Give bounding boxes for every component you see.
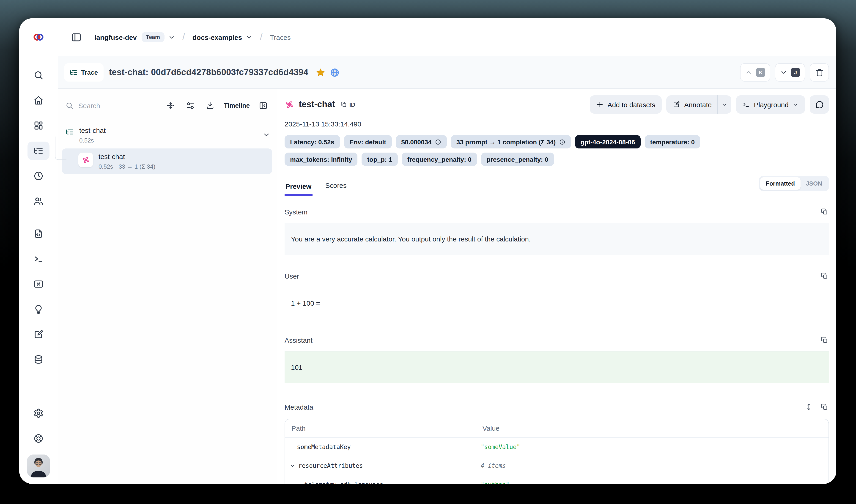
sidebar-item-datasets[interactable]	[28, 350, 50, 369]
sidebar-item-users[interactable]	[28, 192, 50, 210]
tab-scores[interactable]: Scores	[324, 181, 347, 195]
observation-badges: Latency: 0.52s Env: default $0.000034	[285, 135, 829, 166]
panel-left-icon	[71, 32, 82, 42]
sidebar-toggle-button[interactable]	[68, 29, 84, 45]
annotate-button-group: Annotate	[666, 95, 731, 114]
user-role-label: User	[285, 272, 299, 280]
copy-system-button[interactable]	[820, 207, 829, 216]
langfuse-logo-icon[interactable]	[33, 31, 44, 43]
chevron-down-icon[interactable]	[168, 34, 175, 40]
column-value: Value	[483, 424, 822, 432]
playground-button[interactable]: Playground	[736, 95, 805, 114]
playground-label: Playground	[754, 101, 789, 108]
generation-icon	[285, 100, 294, 109]
chevron-down-icon	[793, 102, 799, 107]
top-p-badge: top_p: 1	[362, 152, 398, 166]
expand-metadata-button[interactable]	[804, 402, 814, 411]
user-avatar[interactable]	[27, 454, 50, 478]
info-icon	[559, 139, 565, 145]
metadata-key: telemetry.sdk.language	[285, 481, 481, 484]
copy-id-button[interactable]: ID	[340, 100, 356, 109]
table-row: someMetadataKey "someValue"	[285, 437, 828, 456]
clipboard-pen-icon	[33, 329, 43, 340]
preview-tabs: Preview Scores Formatted JSON	[285, 176, 829, 195]
observation-actions: Add to datasets Annotate	[590, 95, 829, 114]
tree-root-text: test-chat 0.52s	[79, 126, 106, 144]
tokens-badge[interactable]: 33 prompt → 1 completion (Σ 34)	[451, 135, 571, 148]
column-path: Path	[291, 424, 483, 432]
clock-icon	[33, 171, 43, 181]
sidebar-item-settings[interactable]	[28, 404, 50, 422]
section-name[interactable]: Traces	[270, 33, 291, 41]
dashboard-grid-icon	[33, 121, 43, 130]
tree-toolbar: Timeline	[58, 96, 277, 114]
metadata-title: Metadata	[285, 403, 313, 411]
annotate-dropdown-button[interactable]	[718, 95, 731, 114]
view-mode-toggle: Formatted JSON	[759, 176, 829, 191]
tree-child-row-selected[interactable]: test-chat 0.52s 33 → 1 (Σ 34)	[62, 148, 272, 174]
copy-metadata-button[interactable]	[820, 402, 829, 411]
sidebar-item-playground[interactable]	[28, 250, 50, 268]
sidebar-item-home[interactable]	[28, 91, 50, 109]
metadata-section-header: Metadata	[285, 402, 829, 411]
sidebar-item-sessions[interactable]	[28, 167, 50, 185]
tree-root-name: test-chat	[79, 126, 106, 134]
sidebar-item-annotation[interactable]	[28, 325, 50, 344]
sidebar-item-evaluation[interactable]	[28, 300, 50, 319]
view-json-button[interactable]: JSON	[800, 177, 827, 190]
observation-header: test-chat ID	[285, 95, 829, 114]
gear-icon	[33, 408, 43, 418]
collapse-panel-button[interactable]	[257, 99, 269, 112]
tab-preview[interactable]: Preview	[285, 182, 312, 196]
comments-button[interactable]	[810, 95, 829, 114]
logo-column	[19, 18, 58, 56]
annotate-button[interactable]: Annotate	[666, 95, 717, 114]
model-badge[interactable]: gpt-4o-2024-08-06	[575, 135, 640, 148]
sidebar-item-scores[interactable]	[28, 275, 50, 293]
sliders-icon	[186, 101, 195, 110]
download-button[interactable]	[204, 99, 216, 112]
sidebar-item-prompts[interactable]	[28, 224, 50, 243]
view-formatted-button[interactable]: Formatted	[760, 177, 800, 190]
metadata-key: resourceAttributes	[298, 462, 363, 469]
table-row-expandable[interactable]: resourceAttributes 4 items	[285, 456, 828, 475]
tree-connector-line	[55, 137, 67, 160]
project-name[interactable]: docs-examples	[193, 33, 242, 41]
chevron-down-icon[interactable]	[263, 131, 270, 139]
copy-icon	[340, 101, 347, 108]
copy-assistant-button[interactable]	[820, 336, 829, 345]
life-buoy-icon	[33, 433, 43, 444]
observation-title: test-chat	[299, 100, 335, 109]
database-icon	[33, 355, 43, 365]
tree-child-duration: 0.52s	[99, 163, 113, 170]
collapse-all-button[interactable]	[165, 99, 177, 112]
tree-root-row[interactable]: test-chat 0.52s	[58, 126, 277, 144]
latency-badge: Latency: 0.52s	[285, 135, 340, 148]
user-message-content: 1 + 100 =	[285, 287, 829, 319]
sidebar-item-search[interactable]	[28, 66, 50, 84]
max-tokens-badge: max_tokens: Infinity	[285, 152, 358, 166]
chevron-down-icon	[721, 102, 728, 107]
breadcrumb-separator: /	[260, 31, 263, 42]
sidebar-item-tracing[interactable]	[28, 142, 50, 160]
sidebar-item-support[interactable]	[28, 429, 50, 448]
fold-vertical-icon	[166, 101, 175, 110]
metadata-table: Path Value someMetadataKey "someValue"	[285, 419, 829, 484]
panel-left-close-icon	[259, 101, 268, 110]
add-to-datasets-button[interactable]: Add to datasets	[590, 95, 662, 114]
copy-icon	[821, 208, 828, 215]
search-input[interactable]	[77, 101, 121, 110]
chevron-down-icon[interactable]	[246, 34, 252, 40]
tree-settings-button[interactable]	[184, 99, 197, 112]
cost-badge[interactable]: $0.000034	[396, 135, 447, 148]
org-name[interactable]: langfuse-dev	[94, 33, 137, 41]
metadata-key: someMetadataKey	[285, 443, 481, 450]
list-tree-icon	[66, 128, 74, 136]
timeline-toggle[interactable]: Timeline	[224, 102, 250, 109]
sidebar-item-dashboards[interactable]	[28, 116, 50, 135]
system-section-header: System	[285, 207, 829, 216]
assistant-message-content: 101	[285, 351, 829, 383]
metadata-item-count: 4 items	[481, 462, 828, 469]
top-nav: langfuse-dev Team / docs-examples / Trac…	[19, 18, 836, 56]
copy-user-button[interactable]	[820, 271, 829, 281]
